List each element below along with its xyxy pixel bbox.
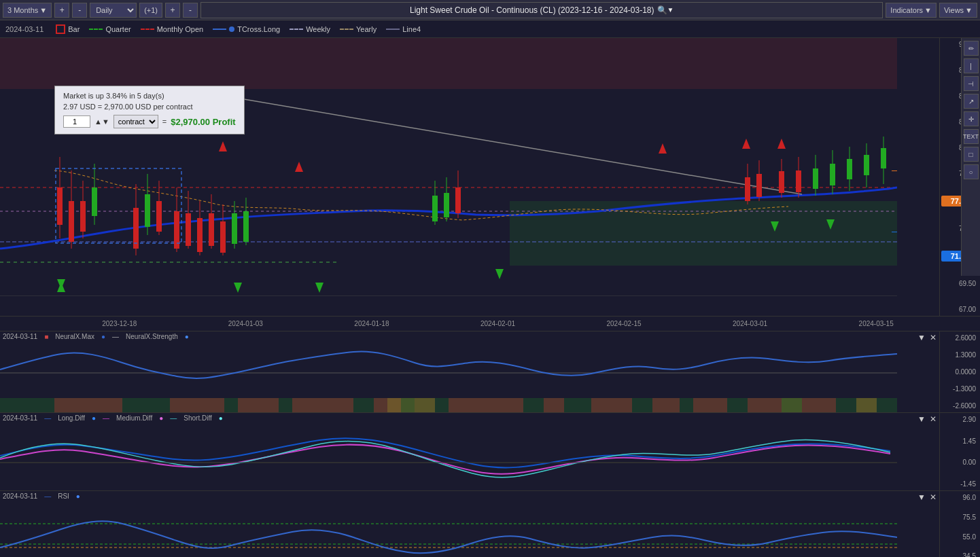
neuralx-collapse-btn[interactable]: ▼ bbox=[916, 333, 927, 342]
svg-rect-78 bbox=[54, 398, 122, 412]
svg-line-6 bbox=[204, 92, 802, 194]
diff-svg bbox=[0, 425, 897, 490]
neuralx-close-btn[interactable]: ✕ bbox=[928, 333, 938, 342]
extra-sub-button[interactable]: - bbox=[183, 3, 198, 18]
neuralx-controls: ▼ ✕ bbox=[916, 333, 938, 342]
rsi-chart-inner[interactable]: 2024-03-11 — RSI ● ▼ ✕ bbox=[0, 491, 939, 557]
quarter-line-icon bbox=[89, 29, 103, 30]
timeframe-select[interactable]: Daily Weekly Monthly bbox=[90, 3, 137, 18]
diff-price-axis: 2.90 1.45 0.00 -1.45 bbox=[939, 413, 980, 490]
profit-value: $2,970.00 Profit bbox=[171, 117, 235, 127]
date-label-7: 2024-03-15 bbox=[859, 320, 894, 327]
svg-rect-0 bbox=[0, 38, 897, 89]
svg-marker-69 bbox=[659, 143, 667, 154]
search-icon[interactable]: 🔍 bbox=[657, 5, 667, 15]
legend-weekly: Weekly bbox=[290, 25, 330, 33]
indicators-button[interactable]: Indicators ▼ bbox=[886, 3, 937, 18]
svg-rect-83 bbox=[415, 398, 435, 412]
date-label-2: 2024-01-03 bbox=[228, 320, 263, 327]
legend-line4: Line4 bbox=[386, 25, 421, 33]
svg-rect-8 bbox=[57, 187, 63, 225]
svg-rect-12 bbox=[80, 201, 86, 232]
arrow-tool-btn[interactable]: ↗ bbox=[964, 94, 979, 109]
diff-chart-inner[interactable]: 2024-03-11 — Long.Diff ● — Medium.Diff ●… bbox=[0, 413, 939, 490]
svg-rect-89 bbox=[748, 398, 782, 412]
neuralx-chart-inner[interactable]: 2024-03-11 ■ NeuralX.Max ● — NeuralX.Str… bbox=[0, 331, 939, 412]
rsi-collapse-btn[interactable]: ▼ bbox=[916, 492, 927, 502]
svg-rect-68 bbox=[881, 148, 886, 168]
date-label-6: 2024-03-01 bbox=[733, 320, 767, 327]
svg-rect-66 bbox=[864, 155, 869, 175]
extra-add-button[interactable]: + bbox=[165, 3, 180, 18]
svg-rect-84 bbox=[449, 398, 523, 412]
nx-price-3: 0.0000 bbox=[941, 368, 979, 376]
svg-rect-64 bbox=[847, 159, 852, 179]
svg-marker-70 bbox=[742, 139, 750, 149]
rsi-close-btn[interactable]: ✕ bbox=[928, 492, 938, 502]
rsi-date: 2024-03-11 bbox=[3, 492, 37, 500]
period-select[interactable]: 3 Months ▼ bbox=[3, 3, 52, 18]
neuralx-svg bbox=[0, 344, 897, 412]
rsi-price-4: 34.5 bbox=[941, 552, 979, 557]
rsi-price-axis: 96.0 75.5 55.0 34.5 14.0 bbox=[939, 491, 980, 557]
svg-rect-52 bbox=[745, 177, 750, 201]
svg-rect-10 bbox=[69, 201, 74, 242]
rect-tool-btn[interactable]: □ bbox=[964, 147, 979, 162]
svg-rect-36 bbox=[209, 213, 214, 246]
period-sub-button[interactable]: - bbox=[72, 3, 87, 18]
svg-rect-50 bbox=[455, 187, 461, 213]
yearly-line-icon bbox=[340, 29, 353, 30]
svg-rect-87 bbox=[652, 398, 680, 412]
rsi-price-1: 96.0 bbox=[941, 494, 979, 501]
price-chart-svg bbox=[0, 38, 897, 296]
rsi-legend: 2024-03-11 — RSI ● bbox=[3, 492, 80, 500]
views-button[interactable]: Views ▼ bbox=[939, 3, 977, 18]
nx-price-4: -1.3000 bbox=[941, 385, 979, 393]
main-chart-canvas[interactable]: Market is up 3.84% in 5 day(s) 2.97 USD … bbox=[0, 38, 939, 316]
text-tool-btn[interactable]: TEXT bbox=[964, 129, 979, 144]
svg-rect-80 bbox=[238, 398, 279, 412]
legend-bar: Bar bbox=[56, 24, 80, 34]
title-dropdown-icon[interactable]: ▼ bbox=[667, 6, 674, 14]
extra-button[interactable]: (+1) bbox=[139, 3, 162, 18]
svg-marker-26 bbox=[234, 283, 242, 293]
svg-rect-93 bbox=[782, 398, 802, 412]
svg-rect-48 bbox=[444, 193, 449, 217]
tooltip-line2: 2.97 USD = 2,970.00 USD per contract bbox=[63, 103, 236, 111]
line4-icon bbox=[386, 29, 400, 30]
svg-rect-79 bbox=[170, 398, 224, 412]
qty-input[interactable] bbox=[63, 115, 90, 128]
neuralx-legend: 2024-03-11 ■ NeuralX.Max ● — NeuralX.Str… bbox=[3, 333, 189, 340]
date-label-3: 2024-01-18 bbox=[354, 320, 389, 327]
svg-rect-46 bbox=[432, 196, 438, 221]
svg-rect-62 bbox=[830, 164, 835, 185]
svg-rect-74 bbox=[56, 168, 181, 243]
legend-quarter: Quarter bbox=[89, 25, 130, 33]
rsi-price-2: 75.5 bbox=[941, 514, 979, 521]
neuralx-chart: 2024-03-11 ■ NeuralX.Max ● — NeuralX.Str… bbox=[0, 331, 980, 413]
nx-price-1: 2.6000 bbox=[941, 334, 979, 342]
nx-price-5: -2.6000 bbox=[941, 402, 979, 410]
circle-tool-btn[interactable]: ○ bbox=[964, 164, 979, 179]
tooltip-line1: Market is up 3.84% in 5 day(s) bbox=[63, 92, 236, 100]
chart-title-bar: Light Sweet Crude Oil - Continuous (CL) … bbox=[200, 2, 883, 18]
weekly-line-icon bbox=[290, 29, 303, 30]
svg-marker-27 bbox=[315, 283, 323, 293]
ruler-tool-btn[interactable]: ⊣ bbox=[964, 76, 979, 91]
diff-close-btn[interactable]: ✕ bbox=[928, 414, 938, 424]
pencil-tool-btn[interactable]: ✏ bbox=[964, 41, 979, 56]
cross-tool-btn[interactable]: ✛ bbox=[964, 111, 979, 126]
svg-rect-58 bbox=[796, 170, 801, 192]
svg-rect-88 bbox=[693, 398, 727, 412]
line-tool-btn[interactable]: | bbox=[964, 58, 979, 73]
chart-legend: 2024-03-11 Bar Quarter Monthly Open TCro… bbox=[0, 20, 980, 38]
period-add-button[interactable]: + bbox=[54, 3, 69, 18]
svg-rect-44 bbox=[243, 211, 249, 242]
tcross-line-icon bbox=[213, 29, 226, 30]
diff-collapse-btn[interactable]: ▼ bbox=[916, 414, 927, 424]
bar-icon bbox=[56, 24, 65, 34]
svg-rect-38 bbox=[220, 221, 226, 253]
rsi-svg bbox=[0, 503, 897, 557]
rsi-price-3: 55.0 bbox=[941, 533, 979, 541]
contract-select[interactable]: contract bbox=[113, 115, 158, 128]
